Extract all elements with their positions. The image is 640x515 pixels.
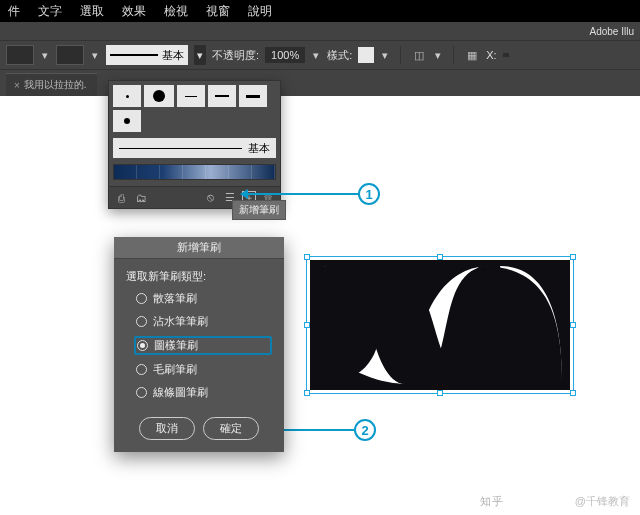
radio-icon [136, 364, 147, 375]
fill-swatch[interactable] [6, 45, 34, 65]
align-icon[interactable]: ◫ [411, 47, 427, 63]
dot-icon [126, 95, 129, 98]
brush-type-options: 散落筆刷 沾水筆筆刷 圖樣筆刷 毛刷筆刷 線條圖筆刷 [126, 290, 272, 401]
x-label: X: [486, 49, 496, 61]
brush-thumb[interactable] [208, 85, 236, 107]
dialog-prompt: 選取新筆刷類型: [126, 269, 272, 284]
brush-thumb[interactable] [144, 85, 174, 107]
dialog-title: 新增筆刷 [114, 237, 284, 259]
opacity-dropdown[interactable]: ▾ [311, 46, 321, 64]
cancel-button[interactable]: 取消 [139, 417, 195, 440]
line-icon [119, 148, 242, 149]
fill-dropdown[interactable]: ▾ [40, 46, 50, 64]
menubar: 件 文字 選取 效果 檢視 視窗 說明 [0, 0, 640, 22]
watermark-zhihu: 知乎 [480, 494, 504, 509]
option-bristle[interactable]: 毛刷筆刷 [134, 361, 272, 378]
brush-row [109, 81, 280, 107]
line-icon [185, 96, 197, 97]
option-calligraphic[interactable]: 沾水筆筆刷 [134, 313, 272, 330]
menu-item[interactable]: 選取 [80, 3, 104, 20]
brush-row [109, 107, 280, 132]
stroke-dropdown[interactable]: ▾ [90, 46, 100, 64]
handle[interactable] [437, 390, 443, 396]
brush-thumb[interactable] [113, 85, 141, 107]
brush-thumb[interactable] [177, 85, 205, 107]
option-label: 毛刷筆刷 [153, 362, 197, 377]
handle[interactable] [304, 390, 310, 396]
tab-strip: × 我用以拉拉的. [0, 70, 640, 96]
watermark-org: @千锋教育 [575, 494, 630, 509]
app-title: Adobe Illu [590, 26, 634, 37]
brush-preview-line [110, 54, 158, 56]
handle[interactable] [437, 254, 443, 260]
dot-icon [124, 118, 130, 124]
basic-brush-row[interactable]: 基本 [113, 138, 276, 158]
selection-outline [306, 256, 574, 394]
line-icon [215, 95, 229, 97]
callout-number: 2 [354, 419, 376, 441]
divider [453, 46, 454, 64]
x-field[interactable] [503, 53, 509, 57]
callout-2: 2 [272, 419, 376, 441]
option-label: 圖樣筆刷 [154, 338, 198, 353]
option-scatter[interactable]: 散落筆刷 [134, 290, 272, 307]
radio-icon [136, 387, 147, 398]
stroke-swatch[interactable] [56, 45, 84, 65]
app-titlebar: Adobe Illu [0, 22, 640, 40]
menu-item[interactable]: 文字 [38, 3, 62, 20]
handle[interactable] [570, 254, 576, 260]
handle[interactable] [570, 390, 576, 396]
ok-button[interactable]: 確定 [203, 417, 259, 440]
option-art[interactable]: 線條圖筆刷 [134, 384, 272, 401]
handle[interactable] [304, 254, 310, 260]
control-bar: ▾ ▾ 基本 ▾ 不透明度: 100% ▾ 樣式: ▾ ◫ ▾ ▦ X: [0, 40, 640, 70]
document-tab-title: 我用以拉拉的. [24, 78, 87, 92]
menu-item[interactable]: 件 [8, 3, 20, 20]
callout-number: 1 [358, 183, 380, 205]
dot-icon [153, 90, 165, 102]
align-dropdown[interactable]: ▾ [433, 46, 443, 64]
opacity-value[interactable]: 100% [265, 47, 305, 63]
close-tab-icon[interactable]: × [14, 80, 20, 91]
callout-line [248, 193, 358, 195]
opacity-label: 不透明度: [212, 48, 259, 63]
handle[interactable] [570, 322, 576, 328]
radio-icon [136, 293, 147, 304]
line-icon [246, 95, 260, 98]
arrow-icon [240, 189, 248, 199]
divider [400, 46, 401, 64]
selected-artwork[interactable] [310, 260, 570, 390]
remove-stroke-icon[interactable]: ⦸ [202, 190, 218, 206]
brush-thumb[interactable] [113, 110, 141, 132]
brush-thumb[interactable] [239, 85, 267, 107]
radio-icon [137, 340, 148, 351]
brush-preset-dropdown[interactable]: ▾ [194, 45, 206, 65]
handle[interactable] [304, 322, 310, 328]
pattern-brush-row[interactable] [113, 164, 276, 180]
library-icon[interactable]: ⎙ [113, 190, 129, 206]
callout-line [280, 429, 354, 431]
document-tab[interactable]: × 我用以拉拉的. [6, 73, 97, 96]
style-swatch[interactable] [358, 47, 374, 63]
callout-1: 1 [240, 183, 380, 205]
brush-preset[interactable]: 基本 [106, 45, 188, 65]
style-label: 樣式: [327, 48, 352, 63]
option-label: 線條圖筆刷 [153, 385, 208, 400]
menu-item[interactable]: 說明 [248, 3, 272, 20]
radio-icon [136, 316, 147, 327]
brush-preset-label: 基本 [162, 48, 184, 63]
libraries-menu-icon[interactable]: 🗂 [133, 190, 149, 206]
transform-icon[interactable]: ▦ [464, 47, 480, 63]
new-brush-dialog: 新增筆刷 選取新筆刷類型: 散落筆刷 沾水筆筆刷 圖樣筆刷 毛刷筆刷 線條圖筆刷… [114, 237, 284, 452]
menu-item[interactable]: 視窗 [206, 3, 230, 20]
menu-item[interactable]: 檢視 [164, 3, 188, 20]
style-dropdown[interactable]: ▾ [380, 46, 390, 64]
menu-item[interactable]: 效果 [122, 3, 146, 20]
option-pattern[interactable]: 圖樣筆刷 [134, 336, 272, 355]
option-label: 散落筆刷 [153, 291, 197, 306]
option-label: 沾水筆筆刷 [153, 314, 208, 329]
basic-brush-label: 基本 [248, 141, 270, 156]
